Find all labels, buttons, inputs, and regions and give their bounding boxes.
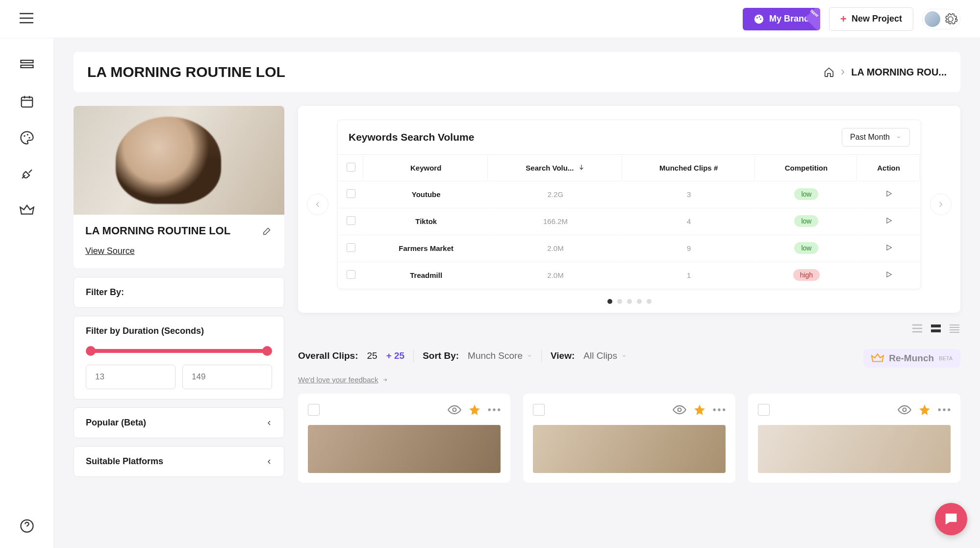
edit-icon[interactable]	[262, 225, 273, 236]
dot[interactable]	[637, 299, 642, 304]
nav-projects-icon[interactable]	[20, 58, 34, 73]
svg-rect-11	[931, 324, 941, 327]
preview-icon[interactable]	[448, 404, 461, 415]
nav-help-icon[interactable]	[20, 519, 34, 533]
row-checkbox[interactable]	[347, 216, 355, 225]
carousel-next[interactable]	[930, 194, 952, 215]
more-icon[interactable]	[938, 408, 951, 412]
page-title: LA MORNING ROUTINE LOL	[87, 64, 285, 80]
feedback-link[interactable]: We'd love your feedback	[298, 375, 960, 384]
row-checkbox[interactable]	[347, 270, 355, 279]
dot[interactable]	[627, 299, 632, 304]
more-icon[interactable]	[713, 408, 726, 412]
arrow-right-icon	[381, 377, 389, 383]
cell-keyword: Treadmill	[364, 262, 488, 288]
svg-point-18	[713, 408, 716, 411]
nav-calendar-icon[interactable]	[20, 94, 34, 109]
view-label: View:	[551, 350, 575, 361]
cell-competition: low	[756, 235, 857, 261]
chevron-down-icon	[527, 354, 532, 358]
menu-toggle[interactable]	[20, 13, 33, 25]
select-all-checkbox[interactable]	[347, 163, 355, 172]
nav-palette-icon[interactable]	[20, 130, 34, 145]
remunch-button[interactable]: Re-Munch BETA	[863, 349, 960, 368]
filter-by-label: Filter By:	[86, 287, 272, 298]
svg-rect-12	[931, 329, 941, 332]
remunch-label: Re-Munch	[889, 353, 934, 364]
clip-checkbox[interactable]	[308, 404, 320, 416]
chat-icon	[943, 511, 959, 527]
col-munched[interactable]: Munched Clips #	[623, 156, 755, 180]
remunch-beta: BETA	[939, 355, 953, 361]
col-action[interactable]: Action	[858, 156, 920, 180]
preview-icon[interactable]	[673, 404, 686, 415]
cell-munched: 4	[623, 208, 755, 234]
carousel-prev[interactable]	[307, 194, 328, 215]
col-competition[interactable]: Competition	[756, 156, 857, 180]
svg-point-2	[759, 16, 760, 17]
more-icon[interactable]	[488, 408, 501, 412]
table-row: Farmers Market2.0M9low	[339, 235, 920, 261]
clip-thumbnail[interactable]	[758, 425, 951, 473]
nav-crown-icon[interactable]	[20, 203, 34, 218]
filter-popular-label: Popular (Beta)	[86, 418, 146, 428]
duration-min[interactable]: 13	[86, 365, 176, 389]
home-icon[interactable]	[824, 67, 834, 77]
play-icon[interactable]	[885, 271, 893, 278]
chevron-left-icon	[266, 457, 272, 466]
new-project-button[interactable]: + New Project	[829, 7, 913, 31]
clip-thumbnail[interactable]	[308, 425, 501, 473]
svg-point-1	[756, 17, 758, 18]
svg-point-17	[678, 408, 681, 412]
duration-max[interactable]: 149	[182, 365, 272, 389]
hamburger-icon	[20, 13, 33, 24]
cell-munched: 3	[623, 181, 755, 207]
cell-keyword: Youtube	[364, 181, 488, 207]
slider-thumb-max[interactable]	[262, 346, 272, 356]
period-select[interactable]: Past Month	[842, 128, 910, 147]
preview-icon[interactable]	[898, 404, 911, 415]
play-icon[interactable]	[885, 244, 893, 251]
account-menu[interactable]	[922, 9, 960, 29]
filter-popular-toggle[interactable]: Popular (Beta)	[74, 407, 284, 438]
row-checkbox[interactable]	[347, 243, 355, 252]
view-grid-icon[interactable]	[930, 324, 942, 333]
chevron-left-icon	[266, 419, 272, 427]
add-clips-link[interactable]: + 25	[386, 350, 405, 361]
dot[interactable]	[647, 299, 652, 304]
svg-point-3	[760, 18, 761, 20]
chat-fab[interactable]	[935, 503, 967, 535]
cell-volume: 166.2M	[489, 208, 622, 234]
view-select[interactable]: All Clips	[583, 350, 627, 361]
favorite-icon[interactable]	[693, 403, 706, 416]
col-keyword[interactable]: Keyword	[364, 156, 488, 180]
dot[interactable]	[617, 299, 622, 304]
filter-by-block: Filter By:	[74, 277, 284, 308]
slider-thumb-min[interactable]	[86, 346, 96, 356]
clip-checkbox[interactable]	[758, 404, 770, 416]
chevron-right-icon	[839, 69, 846, 75]
col-search-vol[interactable]: Search Volu...	[489, 156, 622, 180]
row-checkbox[interactable]	[347, 189, 355, 198]
duration-slider[interactable]	[90, 349, 268, 353]
view-list-icon[interactable]	[911, 324, 923, 333]
cell-keyword: Tiktok	[364, 208, 488, 234]
keywords-heading: Keywords Search Volume	[349, 131, 474, 143]
view-compact-icon[interactable]	[949, 324, 960, 333]
my-brand-button[interactable]: My Brand New	[743, 8, 820, 30]
svg-point-9	[28, 137, 30, 138]
nav-plug-icon[interactable]	[20, 167, 34, 181]
favorite-icon[interactable]	[918, 403, 931, 416]
clip-checkbox[interactable]	[533, 404, 545, 416]
project-card: LA MORNING ROUTINE LOL View Source	[74, 106, 284, 268]
dot[interactable]	[607, 299, 612, 304]
play-icon[interactable]	[885, 217, 893, 224]
svg-point-21	[903, 408, 906, 412]
favorite-icon[interactable]	[468, 403, 481, 416]
palette-icon	[754, 14, 764, 25]
clip-thumbnail[interactable]	[533, 425, 726, 473]
play-icon[interactable]	[885, 190, 893, 198]
view-source-link[interactable]: View Source	[85, 246, 135, 256]
sort-by-select[interactable]: Munch Score	[468, 350, 532, 361]
filter-suitable-toggle[interactable]: Suitable Platforms	[74, 446, 284, 477]
